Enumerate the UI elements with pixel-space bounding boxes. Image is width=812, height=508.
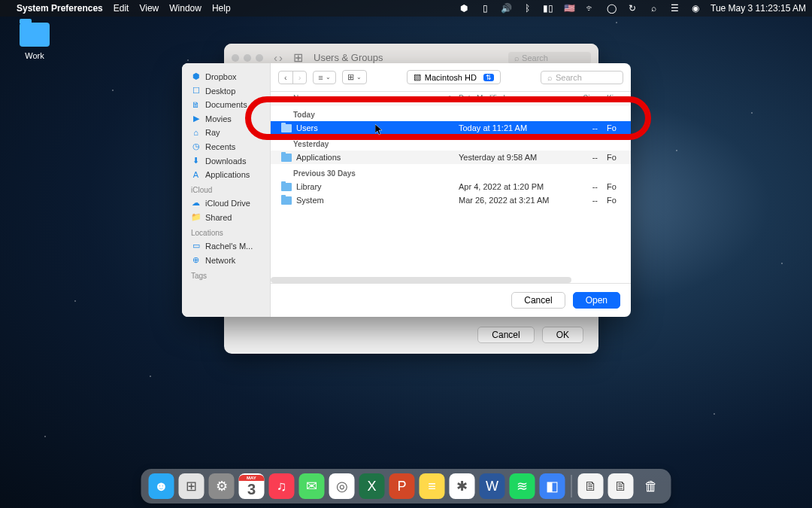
sidebar-item-downloads[interactable]: ⬇Downloads (182, 154, 270, 168)
dock-item-system-preferences[interactable]: ⚙ (209, 473, 235, 499)
menubar-clock[interactable]: Tue May 3 11:23:15 AM (710, 3, 806, 14)
back-button[interactable]: ‹ (274, 51, 277, 64)
file-kind: Fo (598, 182, 631, 191)
sidebar-item-desktop[interactable]: ☐Desktop (182, 84, 270, 98)
settings-search-field[interactable]: ⌕ Search (508, 52, 591, 64)
hard-drive-icon: ▧ (414, 72, 421, 82)
file-dialog-main: ‹ › ≡ ⌄ ⊞ ⌄ ▧ Macintosh HD ⇅ ⌕ Search Na… (271, 63, 631, 317)
file-row-applications[interactable]: ApplicationsYesterday at 9:58 AM--Fo (271, 151, 631, 164)
siri-menubar-icon[interactable]: ◉ (689, 3, 701, 14)
dock-item-music[interactable]: ♫ (269, 473, 295, 499)
location-popup[interactable]: ▧ Macintosh HD ⇅ (407, 70, 501, 84)
forward-button[interactable]: › (293, 71, 307, 84)
sidebar-header-tags: Tags (182, 267, 270, 281)
cancel-button[interactable]: Cancel (511, 292, 565, 309)
close-window-button[interactable] (232, 54, 239, 62)
sidebar-item-rachel-s-m-[interactable]: ▭Rachel's M... (182, 239, 270, 253)
file-row-users[interactable]: UsersToday at 11:21 AM--Fo (271, 121, 631, 135)
mouse-cursor-icon (375, 124, 384, 138)
horizontal-scrollbar[interactable] (271, 277, 571, 283)
sidebar-item-ray[interactable]: ⌂Ray (182, 126, 270, 139)
back-button[interactable]: ‹ (279, 71, 293, 84)
list-view-button[interactable]: ≡ ⌄ (313, 71, 335, 84)
file-row-library[interactable]: LibraryApr 4, 2022 at 1:20 PM--Fo (271, 180, 631, 193)
sidebar-item-dropbox[interactable]: ⬢Dropbox (182, 69, 270, 84)
music-icon: ♫ (277, 479, 287, 494)
icloud-icon: ☁ (191, 198, 201, 208)
launchpad-icon: ⊞ (186, 478, 197, 494)
sidebar-header-icloud: iCloud (182, 181, 270, 196)
settings-cancel-button[interactable]: Cancel (477, 327, 534, 343)
dock-item-launchpad[interactable]: ⊞ (179, 473, 205, 499)
dock-item-powerpoint[interactable]: P (389, 473, 415, 499)
dock-item-app-blue[interactable]: ◧ (540, 473, 565, 499)
user-menubar-icon[interactable]: ◯ (605, 3, 617, 14)
file-name: Users (296, 123, 318, 132)
bluetooth-menubar-icon[interactable]: ᛒ (521, 3, 533, 14)
sidebar-item-recents[interactable]: ◷Recents (182, 139, 270, 154)
control-center-menubar-icon[interactable]: ☰ (668, 3, 680, 14)
battery-menubar-icon[interactable]: ▮▯ (542, 3, 554, 14)
app-blue-icon: ◧ (546, 478, 559, 494)
dock-item-chrome[interactable]: ◎ (329, 473, 355, 499)
file-kind: Fo (598, 123, 631, 132)
column-date[interactable]: Date Modified (459, 94, 556, 102)
file-date: Today at 11:21 AM (459, 123, 556, 132)
slack-icon: ✱ (456, 478, 468, 494)
icon-view-button[interactable]: ⊞ ⌄ (342, 70, 367, 84)
dock-item-messages[interactable]: ✉ (299, 473, 325, 499)
desktop-icon: ☐ (191, 86, 201, 96)
column-kind[interactable]: Ki (598, 94, 631, 102)
wifi-menubar-icon[interactable]: ᯤ (584, 3, 596, 14)
app-menu[interactable]: System Preferences (17, 3, 103, 14)
column-size[interactable]: Size (556, 94, 598, 102)
flag-menubar-icon[interactable]: 🇺🇸 (563, 3, 575, 14)
dock-item-document-1[interactable]: 🗎 (578, 473, 604, 499)
dock-item-slack[interactable]: ✱ (450, 473, 475, 499)
minimize-window-button[interactable] (244, 54, 251, 62)
location-name: Macintosh HD (425, 73, 477, 82)
sidebar-item-label: Dropbox (205, 72, 237, 81)
dock-item-trash[interactable]: 🗑 (638, 473, 664, 499)
file-dialog-search-field[interactable]: ⌕ Search (541, 71, 623, 84)
dropbox-menubar-icon[interactable]: ⬢ (458, 3, 470, 14)
timemachine-menubar-icon[interactable]: ↻ (626, 3, 638, 14)
open-button[interactable]: Open (573, 292, 620, 309)
dock-item-finder[interactable]: ☻ (149, 473, 174, 499)
file-list[interactable]: Name ⌃ Date Modified Size Ki TodayUsersT… (271, 92, 631, 283)
dock-item-excel[interactable]: X (359, 473, 385, 499)
dock-item-word[interactable]: W (480, 473, 505, 499)
sidebar-item-label: Downloads (205, 157, 246, 166)
spotlight-menubar-icon[interactable]: ⌕ (647, 3, 659, 14)
settings-ok-button[interactable]: OK (542, 327, 583, 343)
dock-item-calendar[interactable]: MAY3 (239, 473, 265, 499)
sidebar-item-movies[interactable]: ▶Movies (182, 111, 270, 126)
trash-icon: 🗑 (644, 479, 658, 494)
file-name: Library (296, 182, 322, 191)
sync-menubar-icon[interactable]: ▯ (479, 3, 491, 14)
sidebar-item-network[interactable]: ⊕Network (182, 253, 270, 267)
sidebar-item-shared[interactable]: 📁Shared (182, 210, 270, 224)
file-dialog-sidebar: ⬢Dropbox☐Desktop🗎Documents▶Movies⌂Ray◷Re… (182, 63, 271, 317)
file-row-system[interactable]: SystemMar 26, 2022 at 3:21 AM--Fo (271, 193, 631, 207)
dock-item-notes[interactable]: ≡ (420, 473, 445, 499)
settings-title: Users & Groups (314, 52, 383, 63)
sidebar-item-icloud-drive[interactable]: ☁iCloud Drive (182, 196, 270, 210)
sidebar-item-applications[interactable]: AApplications (182, 168, 270, 181)
menu-window[interactable]: Window (169, 3, 201, 14)
menubar: System Preferences Edit View Window Help… (0, 0, 812, 17)
file-size: -- (556, 182, 598, 191)
sidebar-item-label: Rachel's M... (205, 242, 253, 251)
desktop-folder-work[interactable]: Work (14, 23, 56, 60)
menu-view[interactable]: View (139, 3, 159, 14)
zoom-window-button[interactable] (256, 54, 263, 62)
dock: ☻⊞⚙MAY3♫✉◎XP≡✱W≋◧ 🗎🗎🗑 (141, 469, 671, 503)
volume-menubar-icon[interactable]: 🔊 (500, 3, 512, 14)
menu-edit[interactable]: Edit (114, 3, 129, 14)
menu-help[interactable]: Help (212, 3, 231, 14)
forward-button[interactable]: › (279, 51, 283, 64)
dock-item-spotify[interactable]: ≋ (510, 473, 535, 499)
column-name[interactable]: Name ⌃ (271, 94, 459, 102)
sidebar-item-documents[interactable]: 🗎Documents (182, 98, 270, 111)
dock-item-document-2[interactable]: 🗎 (608, 473, 634, 499)
